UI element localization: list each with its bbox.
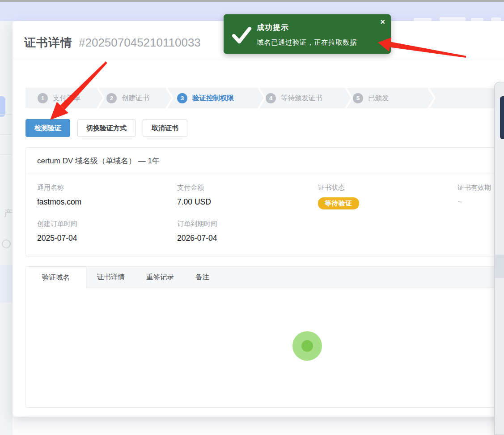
step-pay-order: 1 支付订单 bbox=[38, 88, 80, 108]
side-panel-dark-button[interactable] bbox=[500, 96, 504, 139]
step-number: 1 bbox=[38, 93, 48, 103]
field-label: 订单到期时间 bbox=[177, 220, 318, 228]
background-search-icon bbox=[2, 239, 11, 248]
tab-content-area bbox=[26, 288, 504, 408]
tab-reissue-records[interactable]: 重签记录 bbox=[136, 267, 185, 288]
step-create-cert: 2 创建证书 bbox=[106, 88, 149, 108]
tab-strip: 验证域名 证书详情 重签记录 备注 bbox=[26, 267, 504, 288]
step-verify-control: 3 验证控制权限 bbox=[177, 88, 234, 108]
field-value: 2025-07-04 bbox=[37, 234, 177, 243]
step-label: 支付订单 bbox=[53, 94, 80, 103]
step-await-issue: 4 等待颁发证书 bbox=[266, 88, 322, 108]
background-page-strip: 产 bbox=[0, 21, 13, 435]
toast-title: 成功提示 bbox=[257, 22, 289, 33]
tab-verify-domain[interactable]: 验证域名 bbox=[26, 267, 86, 288]
product-title: certum DV 域名级（单域名） — 1年 bbox=[26, 148, 504, 174]
modal-body: 1 支付订单 2 创建证书 3 验证控制权限 4 等待颁发证书 5 已颁发 bbox=[13, 88, 504, 408]
field-created-time: 创建订单时间 2025-07-04 bbox=[37, 220, 177, 243]
step-label: 等待颁发证书 bbox=[281, 94, 322, 103]
action-button-row: 检测验证 切换验证方式 取消证书 bbox=[25, 119, 504, 137]
side-overlay-panel bbox=[494, 82, 504, 435]
loading-spinner-core bbox=[301, 340, 313, 352]
check-verification-button[interactable]: 检测验证 bbox=[25, 119, 70, 137]
field-label: 创建订单时间 bbox=[37, 220, 177, 228]
certificate-fields: 通用名称 fastmos.com 支付金额 7.00 USD 证书状态 等待验证… bbox=[26, 174, 504, 256]
background-clipped-glyph: 产 bbox=[4, 207, 13, 219]
chevron-separator-icon bbox=[428, 88, 436, 108]
background-tint-block bbox=[0, 265, 13, 303]
field-value: fastmos.com bbox=[37, 197, 177, 207]
step-number: 3 bbox=[177, 93, 187, 103]
background-divider bbox=[0, 154, 13, 155]
field-label: 支付金额 bbox=[177, 183, 318, 192]
step-number: 2 bbox=[106, 93, 117, 103]
field-label: 证书状态 bbox=[318, 183, 457, 192]
screen: 产 证书详情 #202507045210110033 1 支付订单 2 创建证书… bbox=[0, 0, 504, 435]
background-divider bbox=[0, 134, 13, 135]
success-toast: 成功提示 域名已通过验证，正在拉取数据 × bbox=[224, 14, 391, 54]
chevron-separator-icon bbox=[166, 88, 174, 108]
field-label: 通用名称 bbox=[37, 183, 177, 192]
field-status: 证书状态 等待验证 bbox=[318, 183, 457, 209]
side-panel-selected-item[interactable] bbox=[495, 255, 504, 278]
certificate-info-card: certum DV 域名级（单域名） — 1年 通用名称 fastmos.com… bbox=[25, 147, 504, 256]
modal-title: 证书详情 bbox=[24, 35, 72, 51]
check-icon bbox=[229, 22, 252, 46]
detail-tabs-card: 验证域名 证书详情 重签记录 备注 bbox=[25, 266, 504, 408]
field-expire-time: 订单到期时间 2026-07-04 bbox=[177, 220, 318, 243]
step-label: 验证控制权限 bbox=[192, 94, 234, 103]
chevron-separator-icon bbox=[345, 88, 353, 108]
toast-close-icon[interactable]: × bbox=[380, 18, 385, 26]
field-value: 2026-07-04 bbox=[177, 234, 318, 243]
chevron-separator-icon bbox=[258, 88, 266, 108]
toast-message: 域名已通过验证，正在拉取数据 bbox=[257, 38, 357, 47]
progress-stepper: 1 支付订单 2 创建证书 3 验证控制权限 4 等待颁发证书 5 已颁发 bbox=[25, 88, 504, 108]
tab-certificate-details[interactable]: 证书详情 bbox=[86, 267, 136, 288]
chevron-separator-icon bbox=[97, 88, 105, 108]
step-label: 已颁发 bbox=[368, 94, 389, 103]
status-badge: 等待验证 bbox=[318, 197, 359, 209]
field-amount: 支付金额 7.00 USD bbox=[177, 183, 318, 209]
step-label: 创建证书 bbox=[122, 94, 149, 103]
step-number: 5 bbox=[353, 93, 363, 103]
field-value: 7.00 USD bbox=[177, 197, 318, 207]
background-divider bbox=[0, 114, 13, 115]
loading-spinner bbox=[292, 331, 322, 361]
step-issued: 5 已颁发 bbox=[353, 88, 389, 108]
order-number: #202507045210110033 bbox=[79, 36, 201, 50]
certificate-details-modal: 证书详情 #202507045210110033 1 支付订单 2 创建证书 3… bbox=[13, 21, 504, 417]
cancel-certificate-button[interactable]: 取消证书 bbox=[143, 119, 187, 137]
switch-verification-method-button[interactable]: 切换验证方式 bbox=[77, 119, 136, 137]
field-common-name: 通用名称 fastmos.com bbox=[37, 183, 177, 209]
tab-remarks[interactable]: 备注 bbox=[185, 267, 220, 288]
step-number: 4 bbox=[266, 93, 276, 103]
